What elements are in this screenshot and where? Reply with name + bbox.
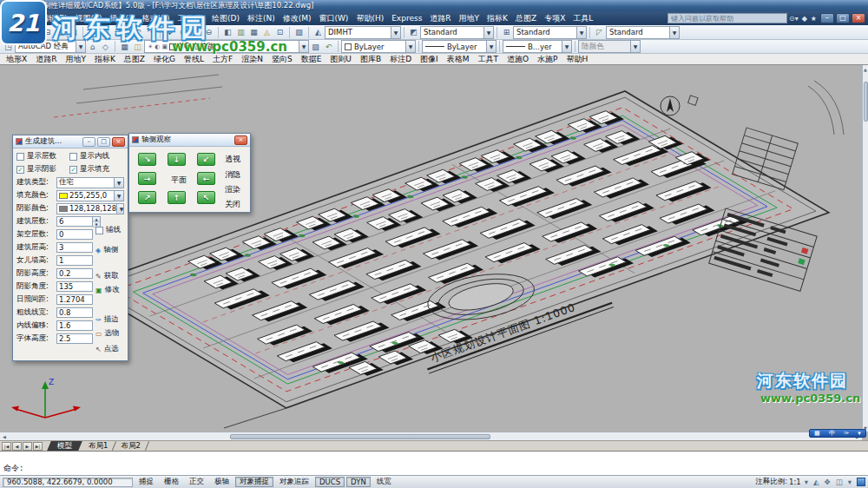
menu-siteplan[interactable]: 总图Z — [512, 13, 541, 24]
menu-draw[interactable]: 绘图(D) — [207, 13, 243, 24]
doc-minimize-button[interactable]: – — [820, 13, 834, 23]
select-object-button[interactable]: ▭选物 — [95, 328, 120, 339]
open-icon[interactable]: ◱ — [15, 26, 28, 38]
cadmenu-terrain[interactable]: 地形X — [6, 54, 27, 65]
tool-palettes-icon[interactable]: ▦ — [247, 26, 260, 38]
pan-icon[interactable]: ✥ — [163, 26, 176, 38]
ime-options-icon[interactable]: ▾ — [858, 430, 861, 437]
mleader-style-icon[interactable]: ◸ — [593, 26, 606, 38]
ime-mode-label[interactable]: 中 — [829, 429, 835, 438]
thick-line-width-input[interactable]: 0.8 — [56, 307, 93, 318]
pick-button[interactable]: ✎获取 — [95, 271, 119, 281]
dialog-close-button[interactable]: × — [112, 137, 125, 147]
floor-height-input[interactable]: 3 — [56, 242, 93, 253]
ime-pen-icon[interactable]: ✑ — [844, 430, 849, 437]
layer-states-icon[interactable]: ◫ — [131, 41, 144, 53]
shadow-height-input[interactable]: 0.2 — [56, 268, 93, 279]
tab-model[interactable]: 模型 — [47, 441, 82, 452]
axon-arrow-e-button[interactable]: → — [138, 172, 156, 185]
close-label-button[interactable]: 关闭 — [225, 199, 240, 210]
cadmenu-data[interactable]: 数据E — [301, 54, 322, 65]
vertical-scroll-thumb[interactable] — [864, 82, 868, 122]
axon-arrow-se-button[interactable]: ↘ — [138, 153, 156, 166]
text-style-combo[interactable]: Standard▼ — [420, 26, 494, 39]
polar-toggle[interactable]: 极轴 — [210, 477, 233, 487]
tab-layout1[interactable]: 布局1 — [82, 441, 114, 452]
menu-special[interactable]: 专项X — [541, 13, 569, 24]
osnap-toggle[interactable]: 对象捕捉 — [235, 477, 273, 487]
axon-arrow-w-button[interactable]: ← — [197, 172, 215, 185]
workspace-save-icon[interactable]: ◇ — [99, 41, 112, 53]
hide-button[interactable]: 消隐 — [225, 169, 240, 181]
toolbar-lock-icon[interactable]: ◫ — [834, 478, 845, 486]
menu-index[interactable]: 指标K — [483, 13, 512, 24]
cadmenu-vertical[interactable]: 竖向S — [272, 54, 293, 65]
scroll-up-icon[interactable]: ▲ — [864, 65, 867, 73]
menu-file[interactable]: 文件(F) — [3, 13, 36, 24]
building-type-select[interactable]: 住宅▼ — [56, 177, 124, 188]
autoscale-icon[interactable]: ✥ — [823, 478, 832, 486]
vertical-scrollbar[interactable]: ▲ ▼ — [862, 65, 868, 432]
axon-arrow-n-button[interactable]: ↑ — [168, 191, 186, 204]
dim-style-icon[interactable]: ◭ — [312, 26, 325, 38]
menu-view[interactable]: 视图(V) — [71, 13, 106, 24]
cadmenu-green[interactable]: 绿化G — [154, 54, 175, 65]
annotation-scale-value[interactable]: 1:1 — [789, 478, 801, 486]
show-fill-checkbox[interactable]: ✓显示填充 — [69, 164, 122, 175]
next-tab-icon[interactable]: ▶ — [23, 442, 32, 451]
cadmenu-roadworks[interactable]: 道施O — [507, 54, 529, 65]
dialog-maximize-button[interactable]: □ — [97, 137, 110, 147]
cadmenu-image[interactable]: 图像I — [420, 54, 438, 65]
command-line[interactable]: 命令: — [0, 451, 868, 476]
status-menu-icon[interactable]: ▾ — [846, 478, 853, 486]
ime-keyboard-icon[interactable]: ▦ — [814, 430, 820, 437]
cadmenu-library[interactable]: 图库B — [360, 54, 381, 65]
cadmenu-waterworks[interactable]: 水施P — [537, 54, 557, 65]
fill-color-select[interactable]: 255,255,0▼ — [56, 190, 124, 201]
ducs-toggle[interactable]: DUCS — [315, 477, 345, 487]
cadmenu-table[interactable]: 表格M — [447, 54, 470, 65]
undo-icon[interactable]: ↶ — [131, 26, 144, 38]
first-tab-icon[interactable]: |◀ — [2, 442, 11, 451]
tab-layout2[interactable]: 布局2 — [115, 441, 146, 452]
make-current-layer-icon[interactable]: ▨ — [309, 41, 322, 53]
axon-arrow-nw-button[interactable]: ↖ — [197, 191, 215, 204]
modify-button[interactable]: ▣修改 — [95, 285, 120, 295]
doc-restore-button[interactable]: □ — [836, 13, 850, 23]
scroll-left-icon[interactable]: ◀ — [0, 434, 9, 439]
menu-express[interactable]: Express — [388, 14, 426, 23]
cadmenu-regplan[interactable]: 图则U — [330, 54, 352, 65]
menu-dimension[interactable]: 标注(N) — [243, 13, 279, 24]
cadmenu-render[interactable]: 渲染N — [241, 54, 263, 65]
menu-window[interactable]: 窗口(W) — [315, 13, 352, 24]
plot-icon[interactable]: ⊟ — [41, 26, 54, 38]
inner-offset-input[interactable]: 1.6 — [56, 320, 93, 331]
save-icon[interactable]: ▣ — [28, 26, 41, 38]
menu-insert[interactable]: 插入(I) — [106, 13, 138, 24]
cadmenu-tools[interactable]: 工具T — [477, 54, 498, 65]
render-button[interactable]: 渲染 — [225, 184, 240, 195]
text-style-icon[interactable]: ◩ — [407, 26, 420, 38]
workspace-settings-icon[interactable]: ⌂ — [86, 41, 99, 53]
layer-properties-icon[interactable]: ▦ — [118, 41, 131, 53]
pin-icon[interactable]: ◆ — [800, 15, 809, 23]
font-height-input[interactable]: 2.5 — [56, 333, 93, 344]
paste-icon[interactable]: ◨ — [112, 26, 125, 38]
cadmenu-landuse[interactable]: 用地Y — [65, 54, 86, 65]
menu-landuse[interactable]: 用地Y — [455, 13, 483, 24]
copy-icon[interactable]: ⊞ — [99, 26, 112, 38]
menu-edit[interactable]: 编辑(E) — [36, 13, 71, 24]
drawing-viewport[interactable]: 小区规划设计平面图 1:1000 Z 生成建筑... – □ × 显示层数 显示… — [0, 65, 862, 432]
show-shadow-checkbox[interactable]: ✓显示阴影 — [16, 164, 69, 175]
cadmenu-earthwork[interactable]: 土方F — [213, 54, 233, 65]
axon-arrow-s-button[interactable]: ↓ — [168, 153, 186, 166]
axon-button[interactable]: ◈轴侧 — [95, 245, 118, 255]
layer-combo[interactable]: ☀ ◐ ▣ XG-宅前路▼ — [144, 40, 309, 53]
quickcalc-icon[interactable]: ⊡ — [273, 26, 286, 38]
cadmenu-index[interactable]: 指标K — [95, 54, 115, 65]
floor-count-input[interactable]: 6 — [56, 216, 93, 227]
markup-icon[interactable]: ◬ — [260, 26, 273, 38]
horizontal-scroll-thumb[interactable] — [230, 434, 490, 439]
last-tab-icon[interactable]: ▶| — [33, 442, 43, 451]
properties-icon[interactable]: ◧ — [221, 26, 234, 38]
